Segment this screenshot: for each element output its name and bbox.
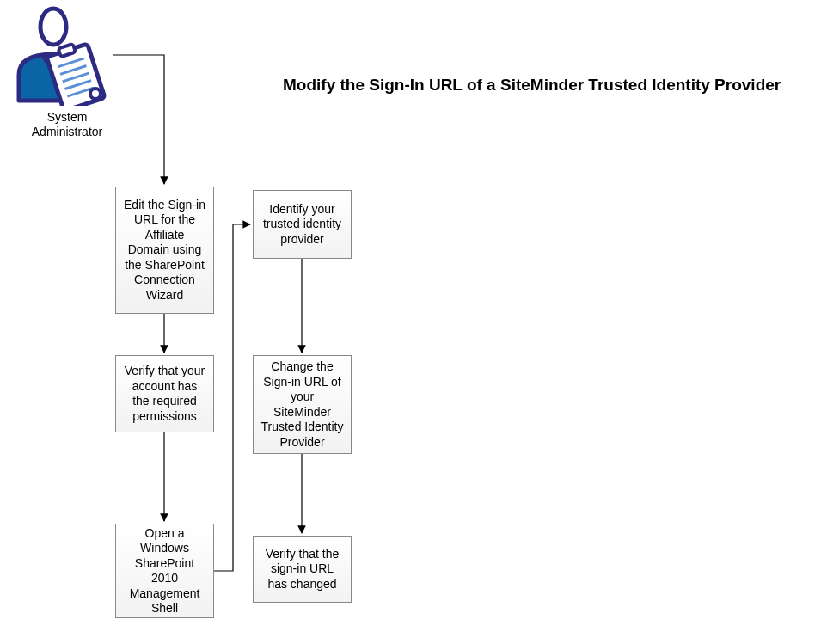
step-change-signin-url: Change the Sign-in URL of your SiteMinde… xyxy=(253,355,352,454)
system-administrator-icon xyxy=(9,4,112,106)
actor-label-line1: System xyxy=(47,110,88,124)
svg-point-0 xyxy=(40,9,66,45)
step-verify-permissions: Verify that your account has the require… xyxy=(115,355,214,432)
svg-point-8 xyxy=(90,89,101,99)
diagram-title: Modify the Sign-In URL of a SiteMinder T… xyxy=(283,76,781,95)
step-edit-signin-url: Edit the Sign-in URL for the Affiliate D… xyxy=(115,187,214,314)
step-open-management-shell: Open a Windows SharePoint 2010 Managemen… xyxy=(115,524,214,618)
actor-label-line2: Administrator xyxy=(32,125,102,138)
step-verify-changed: Verify that the sign-in URL has changed xyxy=(253,536,352,603)
actor-label: System Administrator xyxy=(28,110,106,139)
step-identify-provider: Identify your trusted identity provider xyxy=(253,190,352,259)
